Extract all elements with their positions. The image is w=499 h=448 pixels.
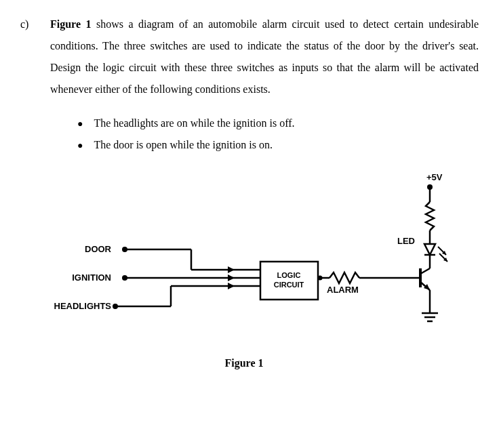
vcc-label: +5V (426, 172, 443, 182)
condition-text: The headlights are on while the ignition… (94, 113, 294, 134)
list-item: ● The door is open while the ignition is… (77, 134, 479, 156)
intro-text: shows a diagram of an automobile alarm c… (50, 18, 479, 95)
conditions-list: ● The headlights are on while the igniti… (77, 113, 479, 156)
condition-text: The door is open while the ignition is o… (94, 134, 273, 156)
svg-line-10 (420, 268, 430, 274)
door-label: DOOR (85, 244, 112, 254)
figure-diagram: +5V LED (50, 171, 479, 374)
intro-paragraph: Figure 1 shows a diagram of an automobil… (50, 14, 479, 100)
list-item: ● The headlights are on while the igniti… (77, 113, 479, 134)
question-label: c) (20, 14, 37, 374)
svg-marker-27 (228, 266, 235, 273)
headlights-label: HEADLIGHTS (54, 301, 112, 311)
question-block: c) Figure 1 shows a diagram of an automo… (20, 14, 479, 374)
svg-marker-3 (424, 244, 435, 255)
figure-ref: Figure 1 (50, 18, 92, 30)
bullet-icon: ● (77, 136, 83, 155)
svg-marker-30 (228, 274, 235, 281)
ignition-label: IGNITION (72, 272, 111, 283)
led-label: LED (397, 236, 415, 246)
alarm-label: ALARM (327, 285, 359, 295)
circuit-label: CIRCUIT (274, 281, 304, 289)
circuit-svg: +5V LED (50, 171, 471, 347)
question-body: Figure 1 shows a diagram of an automobil… (50, 14, 479, 374)
figure-caption: Figure 1 (9, 352, 479, 374)
logic-label: LOGIC (277, 271, 301, 279)
svg-marker-35 (228, 283, 235, 289)
bullet-icon: ● (77, 115, 83, 134)
